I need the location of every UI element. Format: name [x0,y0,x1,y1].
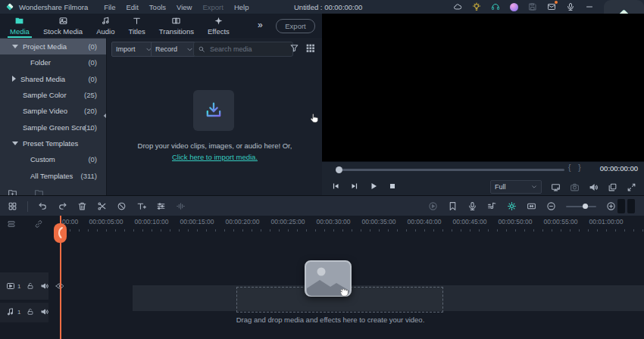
menu-view[interactable]: View [177,3,192,11]
collapse-sidebar-icon[interactable] [102,111,108,120]
timeline-ruler[interactable]: 00:0000:00:05:0000:00:10:0000:00:15:0000… [61,216,644,234]
filter-icon[interactable] [289,43,299,53]
zoom-in-button[interactable] [606,201,616,211]
stop-button[interactable] [388,182,397,191]
secondary-display-icon[interactable] [551,182,561,192]
top-icon-row [453,0,594,14]
sidebar-item-label: Sample Video [23,107,67,115]
caret-down-icon[interactable] [12,45,18,48]
sidebar-item-folder[interactable]: Folder(0) [0,54,106,70]
fit-timeline-button[interactable] [527,201,536,211]
account-avatar[interactable] [510,3,518,11]
render-preview-button[interactable] [428,201,438,211]
ruler-label: 00:00:45:00 [453,218,487,225]
sidebar-item-shared-media[interactable]: Shared Media(0) [0,71,106,87]
menu-edit[interactable]: Edit [126,3,138,11]
export-button[interactable]: Export [276,19,315,33]
support-headset-icon[interactable] [491,2,500,11]
cloud-icon[interactable] [453,2,462,11]
ruler-tick [215,229,216,232]
sidebar-item-sample-green-scre-[interactable]: Sample Green Scre...(10) [0,120,106,135]
mute-track-icon[interactable] [40,281,49,291]
ruler-tick [406,229,407,232]
import-dropdown[interactable]: Import [111,42,157,57]
audio-denoise-button[interactable] [176,201,186,211]
timeline-zoom-thumb[interactable] [583,204,588,209]
tab-stock-media[interactable]: Stock Media [36,14,89,38]
ruler-tick [261,229,261,232]
undo-button[interactable] [38,201,48,211]
redo-button[interactable] [58,201,67,211]
messages-icon[interactable] [547,2,556,11]
sidebar-item-custom[interactable]: Custom(0) [0,151,106,167]
detach-panel-icon[interactable] [608,182,617,192]
track-height-scrollbar[interactable] [617,199,635,213]
ruler-tick [279,229,280,232]
voice-icon[interactable] [566,2,575,11]
mute-speaker-icon[interactable] [589,182,599,192]
timeline-zoom-slider[interactable] [566,206,596,207]
zoom-out-button[interactable] [546,201,556,211]
seek-bar[interactable] [337,169,564,171]
search-input[interactable] [208,45,277,54]
fullscreen-icon[interactable] [627,182,636,192]
import-drop-tile[interactable] [193,90,234,131]
ideas-bulb-icon[interactable] [472,2,481,11]
record-dropdown[interactable]: Record [151,42,198,57]
view-grid-icon[interactable] [305,43,315,53]
lock-track-icon[interactable] [27,282,34,290]
manage-tracks-icon[interactable] [7,219,16,229]
snapshot-icon[interactable] [570,182,580,192]
preview-zoom-dropdown[interactable]: Full [490,180,542,194]
tab-media[interactable]: Media [3,14,36,38]
seek-thumb[interactable] [336,166,342,173]
voiceover-button[interactable] [467,201,477,211]
split-button[interactable] [97,201,107,211]
next-frame-button[interactable] [350,182,359,191]
ruler-tick [379,229,380,232]
delete-button[interactable] [77,201,87,211]
add-text-button[interactable] [136,201,146,211]
playhead-handle[interactable] [54,223,67,243]
menu-export[interactable]: Export [202,3,223,11]
sidebar-item-sample-video[interactable]: Sample Video(20) [0,103,106,119]
timeline-drop-hint: Drag and drop media and effects here to … [17,316,644,324]
tab-titles[interactable]: Titles [121,14,152,38]
caret-down-icon[interactable] [12,142,18,145]
media-view-toggle-icon[interactable] [8,201,17,211]
sidebar-item-project-media[interactable]: Project Media(0) [0,39,106,54]
transport-controls [331,182,397,191]
menu-help[interactable]: Help [234,3,249,11]
previous-frame-button[interactable] [331,182,340,191]
menu-items: FileEditToolsViewExportHelp [98,3,254,11]
ruler-tick [306,229,307,232]
sidebar-item-all-templates[interactable]: All Templates(311) [0,168,106,184]
more-tabs-chevron[interactable]: » [258,20,263,30]
menu-file[interactable]: File [104,3,115,11]
menu-tools[interactable]: Tools [149,3,166,11]
mark-in-out[interactable]: {} [568,163,589,172]
ruler-tick [461,229,461,232]
sidebar-item-sample-color[interactable]: Sample Color(25) [0,87,106,103]
keyframe-button[interactable] [507,201,517,211]
ruler-tick [479,229,480,232]
caret-right-icon[interactable] [12,76,16,82]
filmora-window: Wondershare Filmora FileEditToolsViewExp… [0,0,644,339]
crop-button[interactable] [117,201,127,211]
save-icon[interactable] [528,2,537,11]
minimize-icon[interactable] [585,2,594,11]
tab-audio[interactable]: Audio [89,14,121,38]
tab-effects[interactable]: Effects [201,14,236,38]
add-marker-button[interactable] [448,201,458,211]
tab-transitions[interactable]: Transitions [152,14,201,38]
ruler-label: 00:00:30:00 [317,218,351,225]
sidebar-item-count: (10) [84,123,97,132]
audio-mixer-button[interactable] [487,201,497,211]
sidebar-item-preset-templates[interactable]: Preset Templates [0,135,106,151]
properties-button[interactable] [156,201,166,211]
import-media-link[interactable]: Click here to import media. [107,153,323,161]
ruler-tick [370,229,370,232]
play-button[interactable] [369,182,378,191]
lock-track-icon[interactable] [27,308,34,316]
link-clips-icon[interactable] [34,219,43,229]
